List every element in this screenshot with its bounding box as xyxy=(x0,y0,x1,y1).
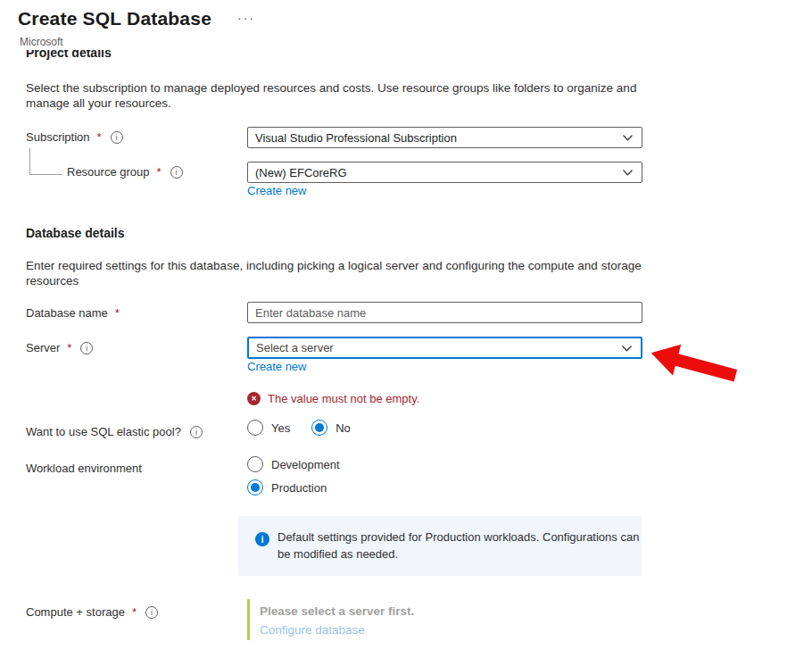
workload-production-radio[interactable]: Production xyxy=(247,479,327,496)
compute-storage-status: Please select a server first. xyxy=(260,604,414,618)
red-arrow-annotation xyxy=(648,341,739,387)
chevron-down-icon xyxy=(622,132,634,144)
compute-storage-label: Compute + storage* xyxy=(26,605,158,619)
page-title: Create SQL Database xyxy=(18,8,211,29)
info-icon[interactable] xyxy=(111,131,123,144)
chevron-down-icon xyxy=(621,342,633,354)
radio-selected-icon xyxy=(311,420,327,436)
create-new-resource-group-link[interactable]: Create new xyxy=(247,184,306,197)
project-details-heading: Project details xyxy=(26,50,112,60)
required-marker: * xyxy=(97,130,102,144)
elastic-pool-yes-radio[interactable]: Yes xyxy=(247,420,290,436)
more-options-icon[interactable]: ··· xyxy=(237,11,255,25)
elastic-pool-no-radio[interactable]: No xyxy=(311,420,351,436)
radio-unselected-icon xyxy=(247,420,263,436)
required-marker: * xyxy=(67,341,71,354)
required-marker: * xyxy=(132,605,137,619)
subscription-resource-group-connector xyxy=(29,148,62,175)
info-icon xyxy=(255,532,269,546)
workload-development-radio[interactable]: Development xyxy=(247,456,340,472)
elastic-pool-label: Want to use SQL elastic pool? xyxy=(26,425,203,438)
info-icon[interactable] xyxy=(190,426,203,438)
modified-field-indicator-bar xyxy=(247,599,250,640)
project-details-heading-clip: Project details xyxy=(26,50,112,62)
database-name-input[interactable] xyxy=(247,302,642,323)
project-details-description: Select the subscription to manage deploy… xyxy=(26,80,636,111)
server-label: Server* xyxy=(26,341,93,354)
info-icon[interactable] xyxy=(145,606,158,619)
create-sql-database-page: Create SQL Database ··· Microsoft Projec… xyxy=(0,0,812,658)
server-validation-error: The value must not be empty. xyxy=(247,392,419,405)
required-marker: * xyxy=(157,165,162,179)
required-marker: * xyxy=(115,306,120,320)
subscription-dropdown[interactable]: Visual Studio Professional Subscription xyxy=(247,127,642,148)
info-icon[interactable] xyxy=(170,166,183,179)
database-name-label: Database name* xyxy=(26,306,120,320)
subscription-label: Subscription* xyxy=(26,130,123,144)
elastic-pool-radio-group: Yes No xyxy=(247,420,351,436)
configure-database-link[interactable]: Configure database xyxy=(260,623,365,637)
database-details-heading: Database details xyxy=(26,226,125,240)
database-details-description: Enter required settings for this databas… xyxy=(26,258,642,288)
info-box-text: Default settings provided for Production… xyxy=(278,529,639,562)
error-icon xyxy=(247,392,261,405)
resource-group-label: Resource group* xyxy=(67,165,183,179)
server-dropdown[interactable]: Select a server xyxy=(247,337,642,359)
production-defaults-info-box: Default settings provided for Production… xyxy=(238,516,642,576)
chevron-down-icon xyxy=(622,167,634,179)
publisher-label: Microsoft xyxy=(20,36,63,48)
resource-group-dropdown[interactable]: (New) EFCoreRG xyxy=(247,162,642,183)
radio-unselected-icon xyxy=(247,456,263,472)
workload-environment-label: Workload environment xyxy=(26,462,142,475)
error-message: The value must not be empty. xyxy=(268,392,419,405)
info-icon[interactable] xyxy=(80,342,93,354)
create-new-server-link[interactable]: Create new xyxy=(247,360,306,373)
radio-selected-icon xyxy=(247,479,263,496)
